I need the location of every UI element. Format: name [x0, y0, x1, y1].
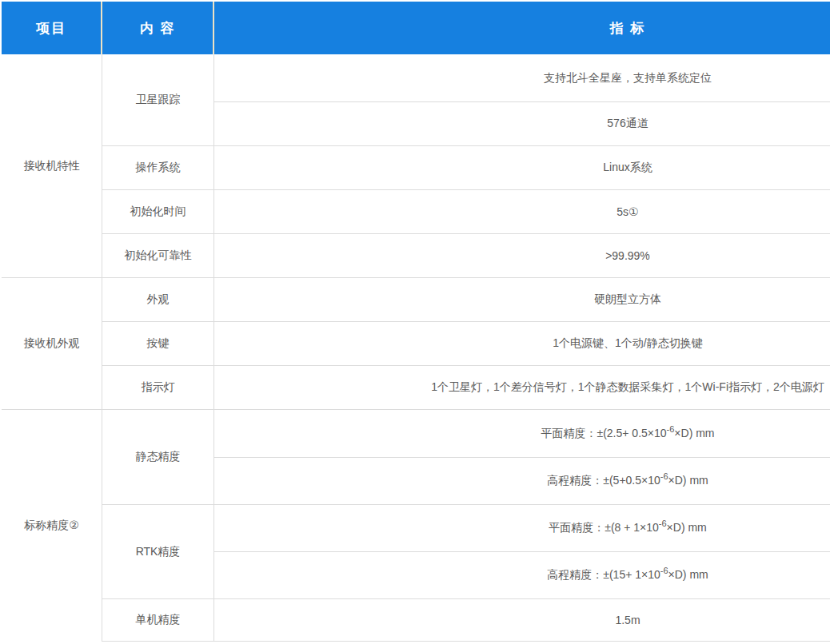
indicator-cell: 576通道	[214, 102, 830, 146]
content-cell-init-reliability: 初始化可靠性	[102, 234, 214, 278]
table-row: 接收机特性 卫星跟踪 支持北斗全星座，支持单系统定位	[2, 54, 830, 102]
formula-text: 平面精度：±(2.5+ 0.5×10	[541, 427, 666, 439]
content-cell-init-time: 初始化时间	[102, 190, 214, 234]
indicator-cell: 高程精度：±(5+0.5×10-6×D) mm	[214, 458, 830, 505]
spec-table: 项目 内 容 指 标 接收机特性 卫星跟踪 支持北斗全星座，支持单系统定位 57…	[2, 2, 830, 642]
indicator-cell: 5s①	[214, 190, 830, 234]
table-row: 单机精度 1.5m	[2, 599, 830, 642]
indicator-cell: 支持北斗全星座，支持单系统定位	[214, 54, 830, 102]
table-row: 接收机外观 外观 硬朗型立方体	[2, 278, 830, 322]
content-cell-operating-system: 操作系统	[102, 146, 214, 190]
table-row: 初始化可靠性 >99.99%	[2, 234, 830, 278]
formula-text: ×D) mm	[668, 568, 708, 581]
table-row: 操作系统 Linux系统	[2, 146, 830, 190]
content-cell-indicator-lights: 指示灯	[102, 366, 214, 410]
content-cell-rtk-accuracy: RTK精度	[102, 505, 214, 599]
column-header-content: 内 容	[102, 2, 214, 54]
content-cell-static-accuracy: 静态精度	[102, 410, 214, 505]
table-row: 初始化时间 5s①	[2, 190, 830, 234]
indicator-cell: 1个电源键、1个动/静态切换键	[214, 322, 830, 366]
table-row: 标称精度② 静态精度 平面精度：±(2.5+ 0.5×10-6×D) mm	[2, 410, 830, 458]
column-header-indicator: 指 标	[214, 2, 830, 54]
formula-text: ×D) mm	[674, 427, 714, 439]
content-cell-satellite-tracking: 卫星跟踪	[102, 54, 214, 146]
indicator-cell: Linux系统	[214, 146, 830, 190]
formula-text: 平面精度：±(8 + 1×10	[549, 521, 659, 534]
indicator-cell: 硬朗型立方体	[214, 278, 830, 322]
formula-text: ×D) mm	[667, 521, 707, 534]
group-label-nominal-accuracy: 标称精度②	[2, 410, 102, 642]
content-cell-buttons: 按键	[102, 322, 214, 366]
table-row: 按键 1个电源键、1个动/静态切换键	[2, 322, 830, 366]
table-row: 指示灯 1个卫星灯，1个差分信号灯，1个静态数据采集灯，1个Wi-Fi指示灯，2…	[2, 366, 830, 410]
spec-page: 项目 内 容 指 标 接收机特性 卫星跟踪 支持北斗全星座，支持单系统定位 57…	[0, 0, 830, 644]
indicator-cell: 1.5m	[214, 599, 830, 642]
content-cell-appearance: 外观	[102, 278, 214, 322]
indicator-cell: 高程精度：±(15+ 1×10-6×D) mm	[214, 552, 830, 599]
header-row: 项目 内 容 指 标	[2, 2, 830, 54]
table-body: 接收机特性 卫星跟踪 支持北斗全星座，支持单系统定位 576通道 操作系统 Li…	[2, 54, 830, 642]
superscript: -6	[660, 566, 668, 575]
table-header: 项目 内 容 指 标	[2, 2, 830, 54]
content-cell-standalone-accuracy: 单机精度	[102, 599, 214, 642]
superscript: -6	[660, 471, 668, 481]
formula-text: 高程精度：±(15+ 1×10	[547, 568, 660, 581]
indicator-cell: 平面精度：±(2.5+ 0.5×10-6×D) mm	[214, 410, 830, 458]
superscript: -6	[659, 519, 667, 528]
superscript: -6	[667, 424, 675, 434]
table-row: RTK精度 平面精度：±(8 + 1×10-6×D) mm	[2, 505, 830, 552]
indicator-cell: 1个卫星灯，1个差分信号灯，1个静态数据采集灯，1个Wi-Fi指示灯，2个电源灯	[214, 366, 830, 410]
indicator-cell: 平面精度：±(8 + 1×10-6×D) mm	[214, 505, 830, 552]
group-label-receiver-appearance: 接收机外观	[2, 278, 102, 410]
formula-text: 高程精度：±(5+0.5×10	[547, 474, 660, 487]
column-header-item: 项目	[2, 2, 102, 54]
group-label-receiver-features: 接收机特性	[2, 54, 102, 278]
indicator-cell: >99.99%	[214, 234, 830, 278]
formula-text: ×D) mm	[668, 474, 708, 487]
